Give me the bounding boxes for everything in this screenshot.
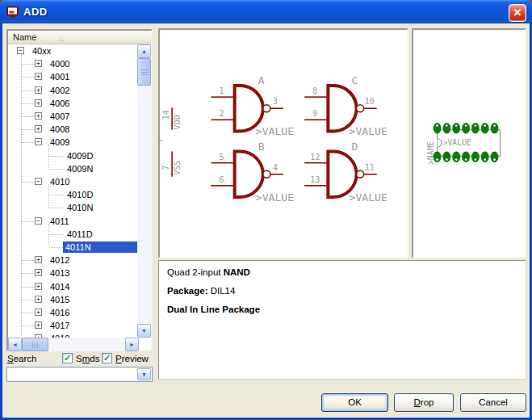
collapse-icon[interactable]: − — [35, 138, 42, 145]
tree-item-label[interactable]: 4015 — [48, 294, 72, 305]
tree-item-4010[interactable]: −4010 — [8, 175, 139, 188]
value-placeholder: >VALUE — [256, 191, 294, 204]
tree-item-label[interactable]: 4000 — [48, 58, 72, 69]
tree-item-label[interactable]: 4013 — [48, 267, 72, 279]
tree-item-4009[interactable]: −4009 — [8, 136, 139, 149]
collapse-icon[interactable]: − — [35, 178, 42, 185]
tree-vertical-scrollbar[interactable]: ▲ ▼ — [137, 44, 151, 338]
pad — [462, 123, 470, 133]
tree-item-label[interactable]: 40xx — [30, 45, 53, 57]
drop-button-text: rop — [421, 397, 434, 407]
tree-item-label[interactable]: 4010N — [65, 202, 95, 213]
description-line-1: Quad 2-input NAND — [167, 267, 517, 277]
pin-number: 12 — [310, 153, 320, 162]
tree-item-4006[interactable]: +4006 — [8, 97, 139, 110]
tree-item-label[interactable]: 4008 — [48, 124, 72, 135]
tree-item-label[interactable]: 4001 — [48, 71, 72, 82]
expand-icon[interactable]: + — [35, 73, 42, 80]
tree-item-4007[interactable]: +4007 — [8, 110, 139, 123]
scroll-down-button[interactable]: ▼ — [137, 324, 151, 338]
checkbox-box[interactable]: ✓ — [62, 353, 73, 363]
tree-item-label[interactable]: 4017 — [48, 320, 72, 331]
ok-button[interactable]: OK — [321, 393, 388, 412]
tree-item-4018[interactable]: +4018 — [8, 332, 139, 338]
checkbox-box[interactable]: ✓ — [102, 353, 112, 363]
tree-item-4002[interactable]: +4002 — [8, 84, 139, 97]
tree-connector-stub — [22, 260, 35, 261]
tree-item-label[interactable]: 4011D — [65, 229, 95, 240]
tree-item-4009N[interactable]: 4009N — [8, 162, 139, 175]
pad-drill-mark — [465, 124, 467, 127]
tree-item-4010D[interactable]: 4010D — [8, 188, 139, 201]
expand-icon[interactable]: + — [35, 60, 42, 67]
close-button[interactable]: ✕ — [509, 4, 526, 22]
smds-label: Smds — [76, 354, 99, 363]
package-preview: >NAME >VALUE — [413, 30, 525, 257]
expand-icon[interactable]: + — [35, 125, 42, 132]
scroll-up-button[interactable]: ▲ — [137, 44, 151, 58]
search-input[interactable] — [9, 368, 136, 380]
tree-item-4017[interactable]: +4017 — [8, 319, 139, 332]
tree-item-4015[interactable]: +4015 — [8, 293, 139, 306]
expand-icon[interactable]: + — [35, 256, 42, 263]
tree-item-40xx[interactable]: −40xx — [8, 44, 139, 57]
tree-item-label[interactable]: 4012 — [48, 254, 72, 266]
tree-item-4009D[interactable]: 4009D — [8, 149, 139, 162]
scroll-right-button[interactable]: ► — [125, 338, 139, 351]
tree-item-label[interactable]: 4009D — [65, 150, 95, 162]
tree-item-label[interactable]: 4016 — [48, 307, 72, 318]
tree-item-label[interactable]: 4002 — [48, 85, 72, 96]
tree-item-label[interactable]: 4014 — [48, 281, 72, 292]
pin-number: 8 — [312, 86, 317, 95]
tree-item-label[interactable]: 4010 — [48, 176, 72, 187]
combo-dropdown-button[interactable]: ▼ — [137, 368, 151, 380]
tree-item-4014[interactable]: +4014 — [8, 280, 139, 293]
tree-item-4016[interactable]: +4016 — [8, 306, 139, 319]
pad-drill-mark — [455, 124, 458, 127]
tree-item-label[interactable]: 4011 — [48, 216, 72, 227]
tree-item-4013[interactable]: +4013 — [8, 267, 139, 279]
tree-item-label[interactable]: 4011N — [63, 242, 139, 253]
vertical-scrollbar-thumb[interactable] — [137, 58, 151, 86]
tree-horizontal-scrollbar[interactable]: ◄ ► — [8, 338, 139, 351]
expand-icon[interactable]: + — [35, 283, 42, 290]
preview-checkbox[interactable]: ✓ Preview — [102, 353, 149, 363]
pin-number: 11 — [365, 163, 375, 172]
tree-column-header[interactable]: Name △ — [8, 31, 151, 44]
tree-item-4010N[interactable]: 4010N — [8, 201, 139, 214]
expand-icon[interactable]: + — [35, 309, 42, 316]
tree-item-4000[interactable]: +4000 — [8, 57, 139, 70]
tree-item-label[interactable]: 4007 — [48, 111, 72, 122]
tree-item-label[interactable]: 4010D — [65, 189, 95, 200]
collapse-icon[interactable]: − — [35, 217, 42, 225]
scroll-left-button[interactable]: ◄ — [8, 338, 22, 351]
search-label-accel: S — [7, 354, 14, 363]
tree-item-label[interactable]: 4009N — [65, 163, 95, 174]
expand-icon[interactable]: + — [35, 321, 42, 329]
tree-rows: −40xx+4000+4001+4002+4006+4007+4008−4009… — [8, 44, 139, 338]
tree-connector-stub — [22, 221, 35, 222]
tree-item-4001[interactable]: +4001 — [8, 70, 139, 83]
tree-item-4008[interactable]: +4008 — [8, 123, 139, 136]
tree-item-4011[interactable]: −4011 — [8, 215, 139, 228]
collapse-icon[interactable]: − — [17, 47, 24, 54]
expand-icon[interactable]: + — [35, 99, 42, 107]
drop-button[interactable]: Drop — [394, 393, 454, 412]
smds-label-accel: m — [82, 354, 90, 363]
expand-icon[interactable]: + — [35, 296, 42, 303]
pad — [481, 152, 489, 162]
tree-item-4011N[interactable]: 4011N — [8, 241, 139, 254]
tree-item-4011D[interactable]: 4011D — [8, 228, 139, 241]
gate-body — [235, 86, 263, 131]
tree-item-label[interactable]: 4009 — [48, 136, 72, 148]
expand-icon[interactable]: + — [35, 112, 42, 120]
cancel-button[interactable]: Cancel — [460, 393, 526, 412]
horizontal-scrollbar-thumb[interactable] — [22, 338, 48, 351]
tree-item-4012[interactable]: +4012 — [8, 254, 139, 267]
tree-item-label[interactable]: 4006 — [48, 98, 72, 109]
expand-icon[interactable]: + — [35, 269, 42, 276]
vdd-pin-name: VDD — [173, 115, 182, 129]
scroll-up-icon: ▲ — [141, 48, 147, 54]
smds-checkbox[interactable]: ✓ Smds — [62, 353, 99, 363]
expand-icon[interactable]: + — [35, 86, 42, 94]
